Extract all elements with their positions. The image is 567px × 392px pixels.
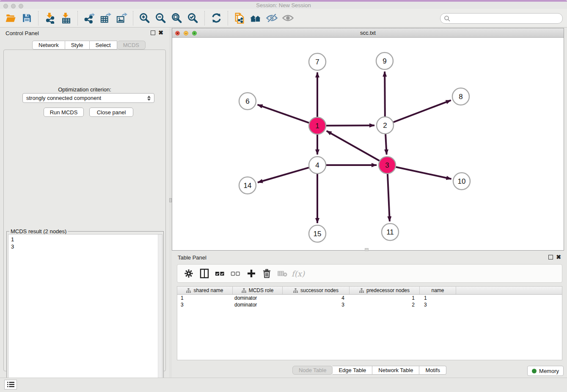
- cell-shared-name[interactable]: 3: [177, 301, 233, 308]
- deselect-all-columns-button[interactable]: [228, 266, 243, 281]
- tab-node-table[interactable]: Node Table: [292, 366, 333, 375]
- search-input[interactable]: [440, 13, 563, 24]
- edge-2-9[interactable]: [385, 72, 385, 116]
- search-field-wrap: [440, 13, 563, 24]
- table-row[interactable]: 3dominator323: [177, 301, 562, 308]
- column-header-predecessor-nodes[interactable]: predecessor nodes: [350, 287, 420, 294]
- refresh-layout-button[interactable]: [208, 11, 224, 26]
- tab-edge-table[interactable]: Edge Table: [333, 366, 372, 375]
- network-canvas[interactable]: 7968124314101511: [172, 38, 564, 250]
- select-all-columns-button[interactable]: [212, 266, 228, 281]
- export-table-button[interactable]: [97, 11, 113, 26]
- memory-status-dot: [532, 369, 537, 373]
- save-session-button[interactable]: [19, 11, 35, 26]
- trash-icon: [262, 269, 272, 279]
- import-table-button[interactable]: [58, 11, 74, 26]
- tab-mcds[interactable]: MCDS: [117, 41, 146, 50]
- clone-network-button[interactable]: [231, 11, 248, 26]
- column-type-icon: [293, 288, 298, 293]
- edge-1-6[interactable]: [258, 105, 309, 123]
- cell-name[interactable]: 3: [420, 301, 456, 308]
- close-window-icon[interactable]: [3, 4, 8, 8]
- table-settings-button[interactable]: [181, 266, 196, 281]
- mcds-result-textarea[interactable]: 1 3: [8, 234, 162, 390]
- edge-2-3[interactable]: [385, 134, 387, 155]
- column-header-successor-nodes[interactable]: successor nodes: [283, 287, 350, 294]
- show-column-selector-button[interactable]: [196, 266, 212, 281]
- cell-MCDS-role[interactable]: dominator: [233, 301, 283, 308]
- eye-icon: [282, 12, 294, 24]
- node-table-header: shared nameMCDS rolesuccessor nodesprede…: [177, 287, 562, 295]
- edge-3-1[interactable]: [327, 131, 380, 160]
- close-panel-button[interactable]: Close panel: [89, 108, 133, 117]
- cell-name[interactable]: 1: [420, 295, 456, 301]
- tab-network[interactable]: Network: [32, 41, 65, 50]
- edge-3-11[interactable]: [388, 174, 390, 221]
- network-window-titlebar[interactable]: ✕ − + scc.txt: [172, 28, 564, 38]
- table-toolbar: f(x): [177, 264, 562, 283]
- run-mcds-button[interactable]: Run MCDS: [44, 108, 84, 117]
- edge-3-10[interactable]: [396, 167, 451, 179]
- minimize-window-icon[interactable]: [11, 4, 16, 8]
- close-table-panel-icon[interactable]: ✖: [556, 254, 561, 260]
- delete-column-button[interactable]: [259, 266, 275, 281]
- column-header-label: predecessor nodes: [366, 287, 410, 293]
- node-table[interactable]: shared nameMCDS rolesuccessor nodesprede…: [177, 286, 562, 360]
- edge-2-8[interactable]: [394, 100, 451, 122]
- toolbar-separator: [77, 11, 78, 25]
- zoom-in-button[interactable]: [137, 11, 153, 26]
- zoom-window-icon[interactable]: [19, 4, 23, 8]
- delete-table-button[interactable]: [275, 266, 290, 281]
- memory-label: Memory: [539, 368, 559, 374]
- column-header-shared-name[interactable]: shared name: [177, 287, 233, 294]
- function-builder-button[interactable]: f(x): [290, 266, 306, 281]
- mcds-result-fieldset: MCDS result (2 nodes) 1 3: [6, 231, 164, 391]
- search-icon: [444, 15, 451, 22]
- export-image-button[interactable]: [113, 11, 129, 26]
- tab-select[interactable]: Select: [90, 41, 117, 50]
- optimization-criterion-select[interactable]: strongly connected component: [22, 93, 154, 103]
- fx-icon: f(x): [292, 269, 305, 278]
- select-updown-icon: [147, 96, 151, 101]
- show-panel-button[interactable]: [280, 11, 296, 26]
- tab-motifs[interactable]: Motifs: [419, 366, 446, 375]
- close-panel-icon[interactable]: ✖: [158, 30, 163, 36]
- mcds-result-scrollbar[interactable]: [158, 235, 162, 389]
- memory-button[interactable]: Memory: [527, 366, 564, 376]
- status-bar: [0, 378, 567, 392]
- float-table-panel-icon[interactable]: [548, 255, 553, 259]
- zoom-selected-button[interactable]: [185, 11, 201, 26]
- home-layout-button[interactable]: [248, 11, 264, 26]
- checked-checkboxes-icon: [215, 268, 226, 279]
- node-table-rows: 1dominator4113dominator323: [177, 295, 562, 308]
- import-network-button[interactable]: [42, 11, 58, 26]
- edge-4-14[interactable]: [258, 168, 309, 182]
- column-header-MCDS-role[interactable]: MCDS role: [233, 287, 283, 294]
- table-row[interactable]: 1dominator411: [177, 295, 562, 301]
- tab-network-table[interactable]: Network Table: [372, 366, 419, 375]
- zoom-selected-icon: [187, 12, 199, 24]
- cell-MCDS-role[interactable]: dominator: [233, 295, 283, 301]
- edge-1-2[interactable]: [326, 125, 374, 126]
- zoom-fit-button[interactable]: [169, 11, 185, 26]
- column-header-name[interactable]: name: [420, 287, 456, 294]
- cell-successor-nodes[interactable]: 4: [283, 295, 350, 301]
- graph-node-label-4: 4: [315, 161, 319, 169]
- open-folder-button[interactable]: [3, 11, 19, 26]
- cell-predecessor-nodes[interactable]: 1: [350, 295, 420, 301]
- cell-successor-nodes[interactable]: 3: [283, 301, 350, 308]
- cell-shared-name[interactable]: 1: [177, 295, 233, 301]
- export-network-button[interactable]: [81, 11, 97, 26]
- mcds-result-title: MCDS result (2 nodes): [9, 228, 68, 235]
- tab-style[interactable]: Style: [65, 41, 90, 50]
- create-column-button[interactable]: [243, 266, 259, 281]
- hide-panel-button[interactable]: [264, 11, 280, 26]
- export-table-icon: [100, 12, 111, 24]
- float-panel-icon[interactable]: [151, 30, 155, 35]
- task-history-button[interactable]: [4, 380, 17, 389]
- plus-icon: [246, 268, 256, 279]
- graph-node-label-7: 7: [315, 58, 319, 66]
- cell-predecessor-nodes[interactable]: 2: [350, 301, 420, 308]
- horizontal-splitter-grip[interactable]: [365, 248, 369, 251]
- zoom-out-button[interactable]: [153, 11, 169, 26]
